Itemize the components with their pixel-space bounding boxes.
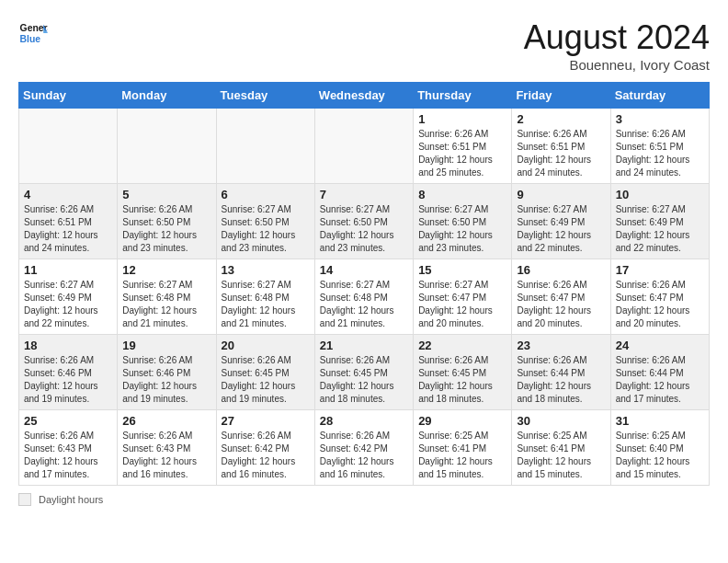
cell-text: Sunrise: 6:26 AM Sunset: 6:46 PM Dayligh… [24, 354, 112, 406]
cell-text: Sunrise: 6:26 AM Sunset: 6:51 PM Dayligh… [517, 128, 605, 179]
day-number: 9 [517, 188, 605, 201]
week-row-3: 11Sunrise: 6:27 AM Sunset: 6:49 PM Dayli… [19, 259, 710, 335]
cell-text: Sunrise: 6:26 AM Sunset: 6:45 PM Dayligh… [320, 354, 408, 406]
calendar-cell: 19Sunrise: 6:26 AM Sunset: 6:46 PM Dayli… [118, 335, 216, 410]
calendar-cell: 14Sunrise: 6:27 AM Sunset: 6:48 PM Dayli… [314, 259, 413, 335]
calendar-cell: 24Sunrise: 6:26 AM Sunset: 6:44 PM Dayli… [610, 335, 709, 410]
calendar-cell: 30Sunrise: 6:25 AM Sunset: 6:41 PM Dayli… [512, 410, 610, 486]
day-number: 17 [616, 263, 704, 277]
day-number: 8 [418, 188, 506, 201]
legend-box [18, 493, 31, 506]
cell-text: Sunrise: 6:27 AM Sunset: 6:47 PM Dayligh… [418, 279, 506, 330]
cell-text: Sunrise: 6:27 AM Sunset: 6:48 PM Dayligh… [122, 279, 210, 330]
calendar-cell [314, 109, 413, 184]
month-title: August 2024 [524, 18, 710, 57]
week-row-1: 1Sunrise: 6:26 AM Sunset: 6:51 PM Daylig… [19, 109, 710, 184]
calendar-cell: 3Sunrise: 6:26 AM Sunset: 6:51 PM Daylig… [610, 109, 709, 184]
logo-icon: General Blue [18, 18, 48, 48]
day-number: 13 [222, 263, 310, 277]
day-number: 14 [320, 263, 408, 277]
cell-text: Sunrise: 6:26 AM Sunset: 6:51 PM Dayligh… [616, 128, 704, 179]
title-block: August 2024 Bouenneu, Ivory Coast [524, 18, 710, 73]
day-number: 11 [24, 263, 112, 277]
calendar-cell: 17Sunrise: 6:26 AM Sunset: 6:47 PM Dayli… [610, 259, 709, 335]
location: Bouenneu, Ivory Coast [524, 57, 710, 73]
calendar-cell: 9Sunrise: 6:27 AM Sunset: 6:49 PM Daylig… [512, 184, 610, 259]
day-number: 7 [320, 188, 408, 201]
cell-text: Sunrise: 6:26 AM Sunset: 6:50 PM Dayligh… [122, 203, 210, 255]
day-number: 26 [122, 414, 210, 428]
weekday-header-sunday: Sunday [19, 83, 118, 109]
day-number: 31 [616, 414, 704, 428]
page-header: General Blue August 2024 Bouenneu, Ivory… [18, 18, 710, 73]
weekday-header-wednesday: Wednesday [314, 83, 413, 109]
calendar-cell: 20Sunrise: 6:26 AM Sunset: 6:45 PM Dayli… [216, 335, 314, 410]
cell-text: Sunrise: 6:26 AM Sunset: 6:43 PM Dayligh… [122, 430, 210, 481]
calendar-cell: 15Sunrise: 6:27 AM Sunset: 6:47 PM Dayli… [414, 259, 512, 335]
calendar-cell: 16Sunrise: 6:26 AM Sunset: 6:47 PM Dayli… [512, 259, 610, 335]
calendar-cell: 2Sunrise: 6:26 AM Sunset: 6:51 PM Daylig… [512, 109, 610, 184]
day-number: 12 [122, 263, 210, 277]
day-number: 1 [418, 112, 506, 126]
weekday-header-tuesday: Tuesday [216, 83, 314, 109]
cell-text: Sunrise: 6:26 AM Sunset: 6:45 PM Dayligh… [418, 354, 506, 406]
cell-text: Sunrise: 6:26 AM Sunset: 6:47 PM Dayligh… [517, 279, 605, 330]
calendar-cell: 22Sunrise: 6:26 AM Sunset: 6:45 PM Dayli… [414, 335, 512, 410]
calendar-cell: 11Sunrise: 6:27 AM Sunset: 6:49 PM Dayli… [19, 259, 118, 335]
day-number: 23 [517, 339, 605, 352]
cell-text: Sunrise: 6:26 AM Sunset: 6:43 PM Dayligh… [24, 430, 112, 481]
calendar-cell [19, 109, 118, 184]
logo: General Blue [18, 18, 48, 48]
day-number: 22 [418, 339, 506, 352]
day-number: 3 [616, 112, 704, 126]
week-row-2: 4Sunrise: 6:26 AM Sunset: 6:51 PM Daylig… [19, 184, 710, 259]
cell-text: Sunrise: 6:25 AM Sunset: 6:41 PM Dayligh… [418, 430, 506, 481]
day-number: 21 [320, 339, 408, 352]
calendar-cell [118, 109, 216, 184]
weekday-header-row: SundayMondayTuesdayWednesdayThursdayFrid… [19, 83, 710, 109]
calendar-table: SundayMondayTuesdayWednesdayThursdayFrid… [18, 82, 710, 486]
cell-text: Sunrise: 6:26 AM Sunset: 6:42 PM Dayligh… [222, 430, 310, 481]
footer-legend: Daylight hours [18, 493, 710, 506]
calendar-cell: 7Sunrise: 6:27 AM Sunset: 6:50 PM Daylig… [314, 184, 413, 259]
day-number: 6 [222, 188, 310, 201]
cell-text: Sunrise: 6:27 AM Sunset: 6:50 PM Dayligh… [418, 203, 506, 255]
calendar-cell: 6Sunrise: 6:27 AM Sunset: 6:50 PM Daylig… [216, 184, 314, 259]
cell-text: Sunrise: 6:26 AM Sunset: 6:44 PM Dayligh… [517, 354, 605, 406]
calendar-cell: 23Sunrise: 6:26 AM Sunset: 6:44 PM Dayli… [512, 335, 610, 410]
day-number: 18 [24, 339, 112, 352]
calendar-cell: 25Sunrise: 6:26 AM Sunset: 6:43 PM Dayli… [19, 410, 118, 486]
cell-text: Sunrise: 6:27 AM Sunset: 6:48 PM Dayligh… [320, 279, 408, 330]
day-number: 19 [122, 339, 210, 352]
day-number: 29 [418, 414, 506, 428]
cell-text: Sunrise: 6:26 AM Sunset: 6:42 PM Dayligh… [320, 430, 408, 481]
calendar-cell: 18Sunrise: 6:26 AM Sunset: 6:46 PM Dayli… [19, 335, 118, 410]
calendar-cell: 12Sunrise: 6:27 AM Sunset: 6:48 PM Dayli… [118, 259, 216, 335]
cell-text: Sunrise: 6:27 AM Sunset: 6:49 PM Dayligh… [616, 203, 704, 255]
week-row-5: 25Sunrise: 6:26 AM Sunset: 6:43 PM Dayli… [19, 410, 710, 486]
cell-text: Sunrise: 6:27 AM Sunset: 6:49 PM Dayligh… [24, 279, 112, 330]
week-row-4: 18Sunrise: 6:26 AM Sunset: 6:46 PM Dayli… [19, 335, 710, 410]
calendar-cell: 21Sunrise: 6:26 AM Sunset: 6:45 PM Dayli… [314, 335, 413, 410]
day-number: 20 [222, 339, 310, 352]
weekday-header-friday: Friday [512, 83, 610, 109]
cell-text: Sunrise: 6:26 AM Sunset: 6:47 PM Dayligh… [616, 279, 704, 330]
day-number: 25 [24, 414, 112, 428]
calendar-cell: 31Sunrise: 6:25 AM Sunset: 6:40 PM Dayli… [610, 410, 709, 486]
svg-text:Blue: Blue [20, 34, 41, 44]
calendar-cell: 13Sunrise: 6:27 AM Sunset: 6:48 PM Dayli… [216, 259, 314, 335]
cell-text: Sunrise: 6:27 AM Sunset: 6:49 PM Dayligh… [517, 203, 605, 255]
cell-text: Sunrise: 6:27 AM Sunset: 6:48 PM Dayligh… [222, 279, 310, 330]
calendar-cell: 4Sunrise: 6:26 AM Sunset: 6:51 PM Daylig… [19, 184, 118, 259]
day-number: 30 [517, 414, 605, 428]
calendar-cell: 1Sunrise: 6:26 AM Sunset: 6:51 PM Daylig… [414, 109, 512, 184]
day-number: 2 [517, 112, 605, 126]
day-number: 28 [320, 414, 408, 428]
calendar-cell [216, 109, 314, 184]
day-number: 5 [122, 188, 210, 201]
day-number: 15 [418, 263, 506, 277]
cell-text: Sunrise: 6:26 AM Sunset: 6:46 PM Dayligh… [122, 354, 210, 406]
calendar-cell: 28Sunrise: 6:26 AM Sunset: 6:42 PM Dayli… [314, 410, 413, 486]
weekday-header-monday: Monday [118, 83, 216, 109]
day-number: 27 [222, 414, 310, 428]
